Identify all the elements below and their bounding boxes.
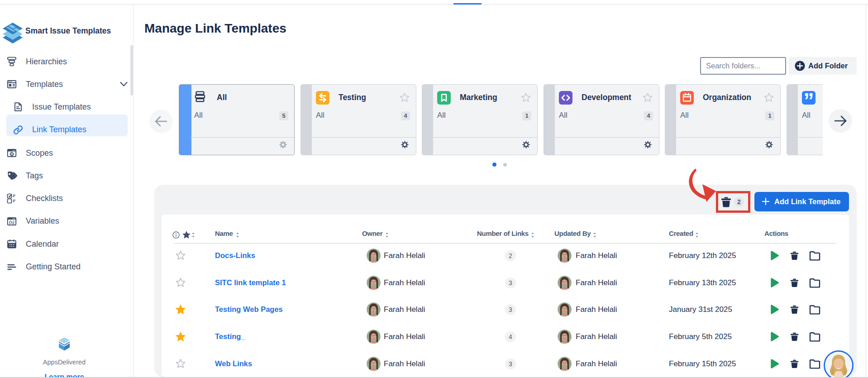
- svg-text:”: ”: [804, 91, 814, 105]
- svg-text:(x): (x): [9, 220, 14, 225]
